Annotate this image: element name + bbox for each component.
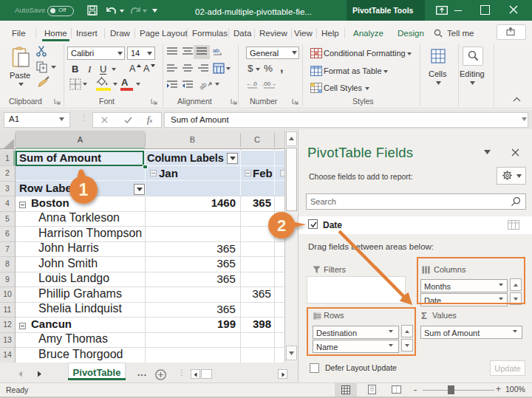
svg-text:2: 2 xyxy=(277,216,286,235)
svg-text:1: 1 xyxy=(79,180,89,199)
